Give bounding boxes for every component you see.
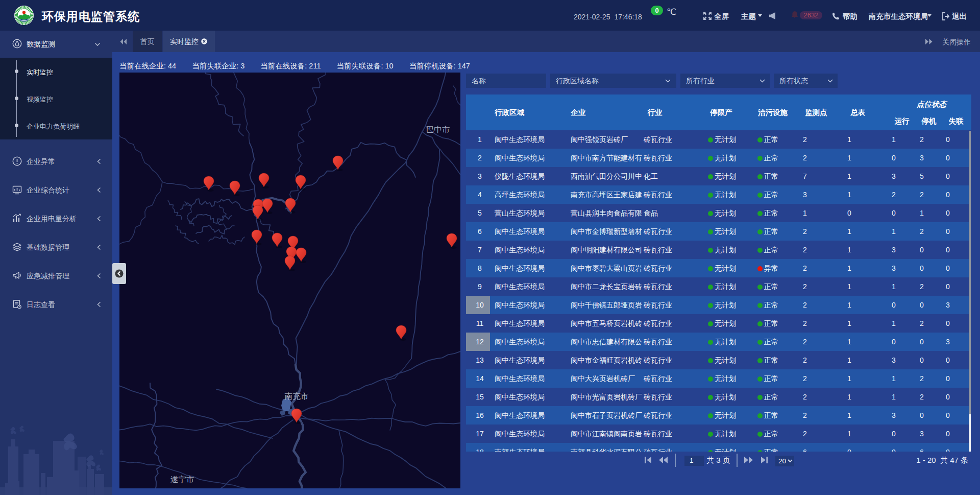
svg-text:遂宁市: 遂宁市 (170, 475, 194, 484)
svg-text:南充市: 南充市 (285, 392, 309, 400)
svg-text:巴中市: 巴中市 (426, 125, 450, 134)
